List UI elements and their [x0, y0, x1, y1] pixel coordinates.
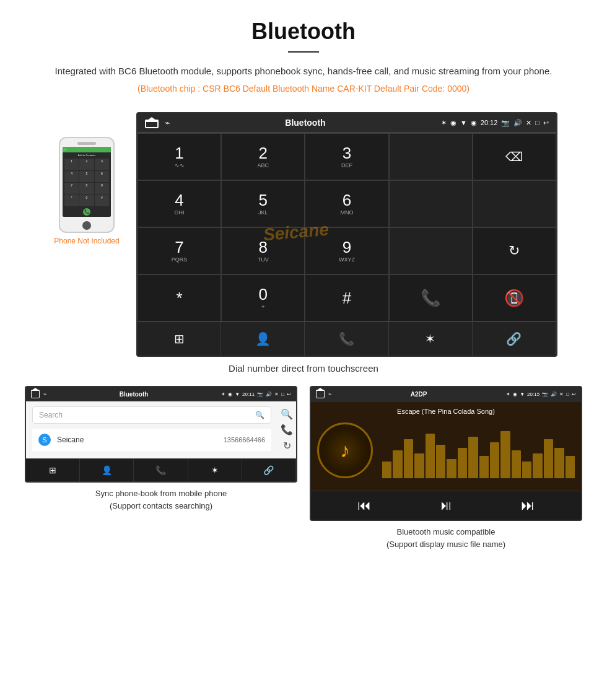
location-icon: ◉ — [450, 119, 456, 127]
phone-speaker — [77, 142, 96, 145]
phonebook-bottom-nav: ⊞ 👤 📞 ✶ 🔗 — [26, 458, 296, 481]
topbar-left: ⌁ — [145, 117, 170, 128]
small-nav-link[interactable]: 🔗 — [242, 459, 296, 481]
nav-bluetooth[interactable]: ✶ — [389, 322, 473, 356]
music-home-icon[interactable] — [316, 390, 325, 398]
search-bar[interactable]: Search 🔍 — [32, 406, 271, 424]
small-nav-dialpad[interactable]: ⊞ — [26, 459, 80, 481]
wifi-icon: ◉ — [471, 119, 477, 127]
search-icon: 🔍 — [255, 411, 264, 419]
nav-dialpad[interactable]: ⊞ — [138, 322, 221, 356]
empty-3 — [473, 180, 556, 227]
small-nav-contacts[interactable]: 👤 — [80, 459, 134, 481]
contact-phone: 13566664466 — [224, 436, 265, 444]
main-screen-area: ≡ MORE Add to Contacts 1 2 3 4 5 6 7 8 9… — [0, 112, 607, 357]
time-display: 20:12 — [481, 119, 498, 126]
phonebook-content-wrap: Search 🔍 S Seicane 13566664466 🔍 📞 ↻ — [26, 401, 296, 458]
key-4[interactable]: 4 GHI — [138, 180, 221, 227]
eq-bar — [414, 453, 424, 479]
small-home-icon[interactable] — [31, 390, 40, 398]
phonebook-topbar-right: ✶ ◉ ▼ 20:11 📷 🔊 ✕ □ ↩ — [221, 392, 291, 397]
phone-not-included-label: Phone Not Included — [54, 237, 119, 245]
empty-2 — [389, 180, 473, 227]
phonebook-topbar: ⌁ Bluetooth ✶ ◉ ▼ 20:11 📷 🔊 ✕ □ ↩ — [26, 387, 296, 401]
key-0[interactable]: 0 + — [221, 274, 305, 322]
music-content: Escape (The Pina Colada Song) ♪ — [311, 401, 581, 491]
play-pause-button[interactable]: ⏯ — [439, 497, 453, 514]
nav-phone[interactable]: 📞 — [305, 322, 388, 356]
phone-container: ≡ MORE Add to Contacts 1 2 3 4 5 6 7 8 9… — [50, 137, 124, 245]
music-title: A2DP — [411, 391, 427, 398]
key-refresh[interactable]: ↻ — [473, 227, 556, 274]
nav-link[interactable]: 🔗 — [473, 322, 556, 356]
dialpad-grid: 1 ∿∿ 2 ABC 3 DEF ⌫ 4 GHI 5 JK — [138, 133, 556, 322]
key-call[interactable]: 📞 — [389, 274, 473, 322]
music-topbar-right: ✶ ◉ ▼ 20:15 📷 🔊 ✕ □ ↩ — [506, 392, 576, 397]
eq-bar — [447, 459, 456, 479]
eq-bar — [436, 445, 445, 478]
key-2[interactable]: 2 ABC — [221, 133, 305, 180]
usb-small-icon: ⌁ — [43, 391, 46, 397]
phonebook-title: Bluetooth — [120, 391, 149, 398]
page-header: Bluetooth Integrated with BC6 Bluetooth … — [0, 0, 607, 112]
back-icon[interactable]: ↩ — [543, 119, 549, 127]
phonebook-main: Search 🔍 S Seicane 13566664466 — [26, 401, 277, 458]
key-9[interactable]: 9 WXYZ — [305, 227, 388, 274]
key-6[interactable]: 6 MNO — [305, 180, 388, 227]
phonebook-block: ⌁ Bluetooth ✶ ◉ ▼ 20:11 📷 🔊 ✕ □ ↩ — [25, 386, 297, 550]
contact-name: Seicane — [57, 435, 224, 444]
close-icon[interactable]: ✕ — [526, 119, 531, 127]
eq-bar — [544, 439, 553, 478]
phonebook-icons-col: 🔍 📞 ↻ — [277, 401, 296, 458]
phonebook-screen: ⌁ Bluetooth ✶ ◉ ▼ 20:11 📷 🔊 ✕ □ ↩ — [25, 386, 297, 483]
eq-bar — [566, 456, 575, 478]
small-nav-bluetooth[interactable]: ✶ — [188, 459, 242, 481]
small-nav-phone[interactable]: 📞 — [134, 459, 188, 481]
music-usb-icon: ⌁ — [328, 391, 331, 397]
home-icon[interactable] — [145, 117, 159, 128]
eq-bar — [533, 453, 542, 479]
track-name: Escape (The Pina Colada Song) — [397, 408, 495, 415]
prev-track-button[interactable]: ⏮ — [357, 497, 371, 514]
camera-icon: 📷 — [501, 119, 510, 127]
key-backspace[interactable]: ⌫ — [473, 133, 556, 180]
eq-bar — [404, 439, 413, 478]
refresh-side-icon[interactable]: ↻ — [283, 440, 291, 452]
next-track-button[interactable]: ⏭ — [521, 497, 535, 514]
key-star[interactable]: * — [138, 274, 221, 322]
music-art-area: ♪ — [317, 422, 575, 478]
volume-icon: 🔊 — [513, 119, 522, 127]
key-hangup[interactable]: 📵 — [473, 274, 556, 322]
contact-avatar: S — [38, 434, 51, 446]
search-side-icon[interactable]: 🔍 — [281, 408, 293, 420]
eq-bar — [426, 434, 435, 478]
page-specs: (Bluetooth chip : CSR BC6 Default Blueto… — [37, 84, 570, 94]
nav-contacts[interactable]: 👤 — [221, 322, 305, 356]
bottom-screens: ⌁ Bluetooth ✶ ◉ ▼ 20:11 📷 🔊 ✕ □ ↩ — [0, 386, 607, 550]
dialer-title: Bluetooth — [285, 118, 325, 128]
display-area — [389, 133, 473, 180]
key-5[interactable]: 5 JKL — [221, 180, 305, 227]
eq-bar — [479, 456, 489, 478]
car-screen-dialer: Seicane ⌁ Bluetooth ✶ ◉ ▼ ◉ 20:12 📷 🔊 ✕ — [136, 112, 557, 357]
music-controls: ⏮ ⏯ ⏭ — [311, 491, 581, 520]
topbar-right: ✶ ◉ ▼ ◉ 20:12 📷 🔊 ✕ □ ↩ — [441, 119, 549, 127]
phone-dialpad: 1 2 3 4 5 6 7 8 9 * 0 # — [63, 158, 111, 207]
eq-bar — [490, 442, 499, 479]
dialer-topbar: ⌁ Bluetooth ✶ ◉ ▼ ◉ 20:12 📷 🔊 ✕ □ ↩ — [138, 113, 556, 133]
call-side-icon[interactable]: 📞 — [281, 424, 293, 435]
page-description: Integrated with BC6 Bluetooth module, su… — [37, 64, 570, 79]
key-8[interactable]: 8 TUV — [221, 227, 305, 274]
window-icon[interactable]: □ — [535, 119, 539, 126]
usb-icon: ⌁ — [165, 118, 170, 128]
eq-bar — [522, 462, 531, 478]
contact-row[interactable]: S Seicane 13566664466 — [32, 429, 271, 451]
phone-home-button — [82, 221, 91, 230]
key-1[interactable]: 1 ∿∿ — [138, 133, 221, 180]
key-3[interactable]: 3 DEF — [305, 133, 388, 180]
phone-image: ≡ MORE Add to Contacts 1 2 3 4 5 6 7 8 9… — [59, 137, 115, 233]
empty-4 — [389, 227, 473, 274]
title-divider — [288, 51, 319, 53]
key-7[interactable]: 7 PQRS — [138, 227, 221, 274]
key-hash[interactable]: # — [305, 274, 388, 322]
